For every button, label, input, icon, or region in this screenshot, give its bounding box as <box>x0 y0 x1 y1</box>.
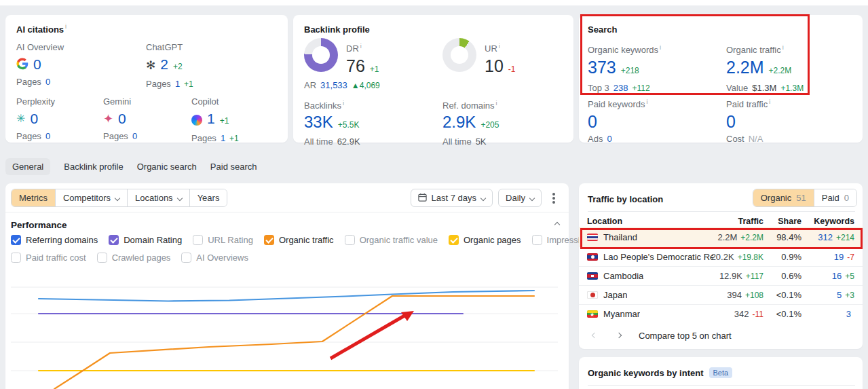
annotation-arrow-line <box>331 316 404 358</box>
metric-dr: DRi 76 +1 <box>346 41 379 79</box>
metric-chatgpt: ChatGPT ✻ 2 +2 Pages1+1 <box>146 42 193 90</box>
traffic-by-location-title: Traffic by location <box>588 193 663 205</box>
performance-line-chart <box>5 268 569 389</box>
locations-button[interactable]: Locations <box>128 189 190 206</box>
table-row-thailand[interactable]: Thailand 2.2M+2.2M 98.4% 312+214 <box>579 227 863 247</box>
japan-flag-icon <box>587 291 598 299</box>
checkbox-icon <box>345 235 355 245</box>
info-icon[interactable]: i <box>647 98 648 105</box>
checkbox-url-rating[interactable]: URL Rating <box>193 235 253 245</box>
paid-toggle-button[interactable]: Paid0 <box>814 189 856 206</box>
metric-ur: URi 10 -1 <box>485 41 515 79</box>
table-row-japan[interactable]: Japan 394+108 <0.1% 5+3 <box>579 285 863 304</box>
checkbox-paid-traffic-cost[interactable]: Paid traffic cost <box>11 253 86 263</box>
chevron-down-icon <box>529 195 535 200</box>
checkbox-icon <box>181 253 191 263</box>
granularity-button[interactable]: Daily <box>498 189 542 207</box>
metric-checkboxes-row-2: Paid traffic cost Crawled pages AI Overv… <box>11 251 248 263</box>
section-tabs: General Backlink profile Organic search … <box>5 158 257 175</box>
checkbox-icon <box>11 253 21 263</box>
checkbox-icon <box>264 235 274 245</box>
info-icon[interactable]: i <box>499 43 500 50</box>
organic-toggle-button[interactable]: Organic51 <box>753 189 814 206</box>
metric-backlinks: Backlinksi 33K +5.5K All time62.9K <box>304 98 360 147</box>
view-filter-group: Metrics Competitors Locations Years <box>11 189 227 207</box>
column-location: Location <box>587 217 713 226</box>
next-page-button[interactable] <box>611 328 626 343</box>
performance-panel: Metrics Competitors Locations Years Last… <box>5 183 569 389</box>
cambodia-flag-icon <box>587 272 598 280</box>
prev-page-button[interactable] <box>587 328 602 343</box>
search-card: Search Organic keywordsi 373 +218 Top 32… <box>579 15 863 143</box>
metric-paid-keywords: Paid keywordsi 0 Ads0 <box>588 96 648 145</box>
tab-paid-search[interactable]: Paid search <box>210 158 257 175</box>
info-icon[interactable]: i <box>660 44 661 51</box>
kebab-menu-icon <box>552 197 555 200</box>
tab-backlink-profile[interactable]: Backlink profile <box>64 158 123 175</box>
ar-row: AR 31,533 ▲4,069 <box>304 80 380 91</box>
checkbox-ai-overviews[interactable]: AI Overviews <box>181 253 248 263</box>
google-g-icon <box>16 58 29 72</box>
info-icon[interactable]: i <box>360 43 362 50</box>
table-row-laos[interactable]: Lao People's Democratic Republic 20.2K+1… <box>579 247 863 266</box>
metric-copilot: Copilot 1 +1 Pages1+1 <box>191 96 239 144</box>
chevron-right-icon <box>616 333 622 338</box>
chevron-down-icon <box>115 195 120 200</box>
metric-checkboxes-row-1: Referring domains Domain Rating URL Rati… <box>11 234 662 246</box>
metric-perplexity: Perplexity ✳ 0 Pages0 <box>16 96 55 142</box>
info-icon[interactable]: i <box>65 23 67 30</box>
divider <box>588 211 855 212</box>
checkbox-referring-domains[interactable]: Referring domains <box>11 235 98 245</box>
competitors-button[interactable]: Competitors <box>56 189 128 206</box>
years-button[interactable]: Years <box>190 189 227 206</box>
compare-top5-label[interactable]: Compare top 5 on chart <box>639 331 732 341</box>
column-traffic: Traffic <box>713 217 763 226</box>
ai-citations-title: AI citationsi <box>16 23 67 35</box>
checkbox-organic-pages[interactable]: Organic pages <box>449 235 521 245</box>
keywords-by-intent-title: Organic keywords by intentBeta <box>588 367 732 379</box>
table-row-myanmar[interactable]: Myanmar 342-11 <0.1% 3 <box>579 304 863 323</box>
more-options-button[interactable] <box>547 189 561 207</box>
table-row-cambodia[interactable]: Cambodia 12.9K+117 0.6% 16+5 <box>579 266 863 285</box>
ur-donut-chart <box>442 38 476 72</box>
keywords-by-intent-panel: Organic keywords by intentBeta <box>579 357 863 389</box>
info-icon[interactable]: i <box>343 100 344 107</box>
chevron-down-icon <box>176 195 182 200</box>
table-pagination: Compare top 5 on chart <box>587 327 732 344</box>
metric-ai-overview: AI Overview 0 Pages0 <box>16 42 64 88</box>
checkbox-icon <box>449 235 459 245</box>
checkbox-domain-rating[interactable]: Domain Rating <box>109 235 182 245</box>
ahrefs-dashboard: AI citationsi AI Overview 0 Pages0 ChatG… <box>0 0 868 389</box>
metrics-button[interactable]: Metrics <box>12 189 56 206</box>
checkbox-icon <box>11 235 21 245</box>
ai-citations-card: AI citationsi AI Overview 0 Pages0 ChatG… <box>5 15 288 143</box>
organic-paid-toggle: Organic51 Paid0 <box>753 189 857 207</box>
checkbox-icon <box>97 253 107 263</box>
info-icon[interactable]: i <box>769 98 770 105</box>
info-icon[interactable]: i <box>782 44 784 51</box>
checkbox-icon <box>109 235 119 245</box>
checkbox-organic-traffic[interactable]: Organic traffic <box>264 235 334 245</box>
tab-general[interactable]: General <box>5 158 50 175</box>
gemini-icon: ✦ <box>103 113 113 125</box>
performance-controls: Metrics Competitors Locations Years Last… <box>5 183 569 212</box>
chatgpt-icon: ✻ <box>146 60 155 71</box>
info-icon[interactable]: i <box>496 100 497 107</box>
checkbox-crawled-pages[interactable]: Crawled pages <box>97 253 171 263</box>
backlink-profile-card: Backlink profile DRi 76 +1 AR 31,533 ▲4,… <box>293 15 573 143</box>
copilot-icon <box>191 115 202 126</box>
collapse-section-icon[interactable] <box>554 222 560 227</box>
divider <box>588 385 855 386</box>
metric-ref-domains: Ref. domainsi 2.9K +205 All time5K <box>442 98 499 147</box>
chevron-down-icon <box>480 195 486 200</box>
metric-paid-traffic: Paid traffici 0 CostN/A <box>726 96 770 145</box>
traffic-by-location-panel: Traffic by location Organic51 Paid0 Loca… <box>579 183 863 349</box>
checkbox-icon <box>193 235 203 245</box>
metric-organic-traffic: Organic traffici 2.2M +2.2M Value$1.3M+1… <box>726 42 804 94</box>
location-rows: Thailand 2.2M+2.2M 98.4% 312+214 Lao Peo… <box>579 227 863 323</box>
checkbox-organic-traffic-value[interactable]: Organic traffic value <box>345 235 438 245</box>
metric-gemini: Gemini ✦ 0 Pages0 <box>103 96 137 142</box>
date-range-button[interactable]: Last 7 days <box>411 189 493 207</box>
column-share: Share <box>763 217 801 226</box>
tab-organic-search[interactable]: Organic search <box>137 158 197 175</box>
